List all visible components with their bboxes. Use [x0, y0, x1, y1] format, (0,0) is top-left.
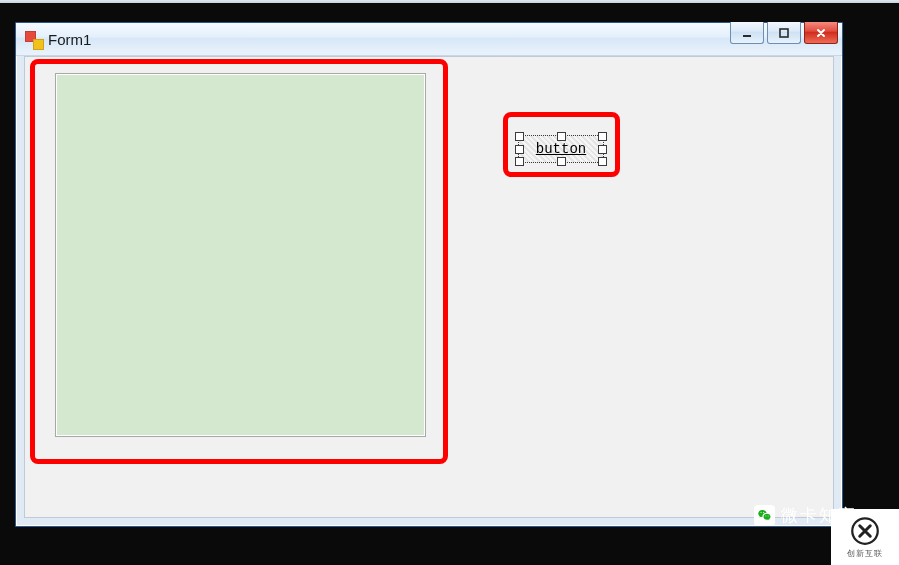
- panel-control[interactable]: [55, 73, 426, 437]
- form-window: Form1 button: [15, 22, 843, 527]
- svg-rect-1: [780, 29, 788, 37]
- form-client-area[interactable]: button: [24, 56, 834, 518]
- watermark-corner-label: 创新互联: [847, 548, 883, 559]
- window-control-buttons: [730, 22, 838, 44]
- resize-handle-e[interactable]: [598, 145, 607, 154]
- form-icon: [25, 31, 42, 48]
- button-label: button: [536, 141, 586, 157]
- stage-top-border: [0, 0, 899, 3]
- minimize-button[interactable]: [730, 22, 764, 44]
- svg-point-2: [852, 518, 878, 544]
- resize-handle-sw[interactable]: [515, 157, 524, 166]
- resize-handle-se[interactable]: [598, 157, 607, 166]
- svg-rect-0: [743, 35, 751, 37]
- resize-handle-ne[interactable]: [598, 132, 607, 141]
- resize-handle-s[interactable]: [557, 157, 566, 166]
- resize-handle-nw[interactable]: [515, 132, 524, 141]
- window-title: Form1: [48, 31, 91, 48]
- resize-handle-w[interactable]: [515, 145, 524, 154]
- close-button[interactable]: [804, 22, 838, 44]
- corner-logo-icon: [850, 516, 880, 546]
- screenshot-stage: Form1 button: [0, 0, 899, 565]
- maximize-button[interactable]: [767, 22, 801, 44]
- button-control[interactable]: button: [518, 135, 604, 163]
- resize-handle-n[interactable]: [557, 132, 566, 141]
- titlebar[interactable]: Form1: [16, 23, 842, 56]
